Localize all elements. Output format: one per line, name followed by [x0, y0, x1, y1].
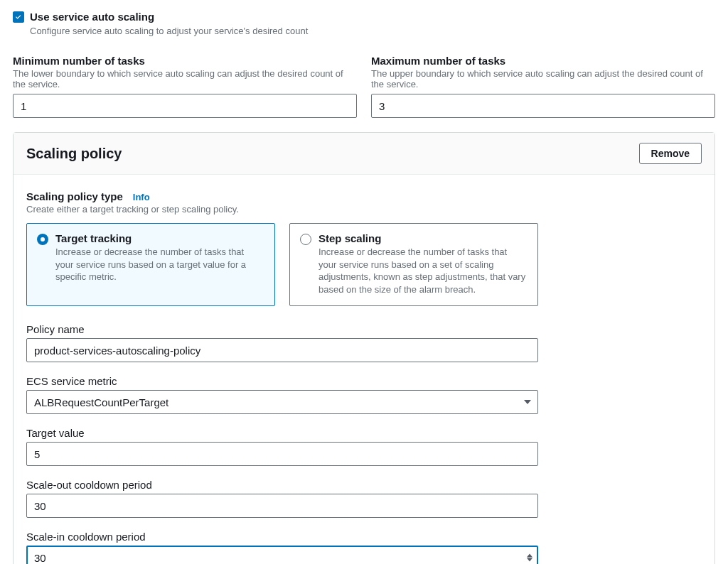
scale-in-label: Scale-in cooldown period	[26, 531, 538, 543]
ecs-metric-value: ALBRequestCountPerTarget	[26, 390, 538, 414]
min-tasks-desc: The lower boundary to which service auto…	[13, 68, 357, 90]
ecs-metric-label: ECS service metric	[26, 375, 538, 387]
scaling-policy-title: Scaling policy	[26, 146, 122, 162]
auto-scaling-config-page: Use service auto scaling Configure servi…	[0, 0, 728, 564]
policy-name-label: Policy name	[26, 323, 538, 335]
tile-text: Target tracking Increase or decrease the…	[55, 232, 264, 283]
policy-name-group: Policy name	[26, 323, 538, 362]
scaling-policy-type-label: Scaling policy type	[26, 190, 123, 202]
scale-in-input[interactable]	[26, 546, 538, 564]
policy-type-step-scaling[interactable]: Step scaling Increase or decrease the nu…	[289, 223, 538, 306]
scaling-policy-type-desc: Create either a target tracking or step …	[26, 204, 702, 215]
info-link[interactable]: Info	[133, 192, 150, 202]
target-tracking-form: Policy name ECS service metric ALBReques…	[26, 323, 538, 564]
scaling-policy-body: Scaling policy type Info Create either a…	[14, 175, 714, 564]
use-auto-scaling-checkbox[interactable]	[13, 11, 24, 23]
target-tracking-desc: Increase or decrease the number of tasks…	[55, 246, 264, 283]
target-tracking-title: Target tracking	[55, 232, 264, 244]
step-scaling-desc: Increase or decrease the number of tasks…	[318, 246, 528, 295]
task-bounds-row: Minimum number of tasks The lower bounda…	[13, 55, 715, 118]
check-icon	[14, 13, 23, 21]
use-auto-scaling-label: Use service auto scaling	[30, 10, 308, 24]
radio-icon	[300, 234, 311, 245]
min-tasks-input[interactable]	[13, 94, 357, 118]
ecs-metric-select[interactable]: ALBRequestCountPerTarget	[26, 390, 538, 414]
policy-name-input[interactable]	[26, 338, 538, 362]
min-tasks-group: Minimum number of tasks The lower bounda…	[13, 55, 357, 118]
scale-in-group: Scale-in cooldown period	[26, 531, 538, 564]
use-auto-scaling-text: Use service auto scaling Configure servi…	[30, 10, 308, 36]
use-auto-scaling-row: Use service auto scaling Configure servi…	[13, 10, 715, 36]
min-tasks-label: Minimum number of tasks	[13, 55, 357, 67]
max-tasks-input[interactable]	[371, 94, 715, 118]
use-auto-scaling-desc: Configure service auto scaling to adjust…	[30, 26, 308, 36]
target-value-group: Target value	[26, 427, 538, 466]
target-value-label: Target value	[26, 427, 538, 439]
policy-type-options: Target tracking Increase or decrease the…	[26, 223, 538, 306]
tile-text: Step scaling Increase or decrease the nu…	[318, 232, 528, 295]
ecs-metric-group: ECS service metric ALBRequestCountPerTar…	[26, 375, 538, 414]
scaling-policy-type-group: Scaling policy type Info Create either a…	[26, 190, 702, 306]
scale-out-input[interactable]	[26, 494, 538, 518]
policy-type-target-tracking[interactable]: Target tracking Increase or decrease the…	[26, 223, 275, 306]
radio-icon	[37, 234, 48, 245]
max-tasks-label: Maximum number of tasks	[371, 55, 715, 67]
max-tasks-group: Maximum number of tasks The upper bounda…	[371, 55, 715, 118]
target-value-input[interactable]	[26, 442, 538, 466]
remove-button[interactable]: Remove	[639, 143, 702, 164]
step-scaling-title: Step scaling	[318, 232, 528, 244]
scale-out-group: Scale-out cooldown period	[26, 479, 538, 518]
scale-out-label: Scale-out cooldown period	[26, 479, 538, 491]
scaling-policy-header: Scaling policy Remove	[14, 133, 714, 175]
scaling-policy-panel: Scaling policy Remove Scaling policy typ…	[13, 132, 715, 564]
max-tasks-desc: The upper boundary to which service auto…	[371, 68, 715, 90]
